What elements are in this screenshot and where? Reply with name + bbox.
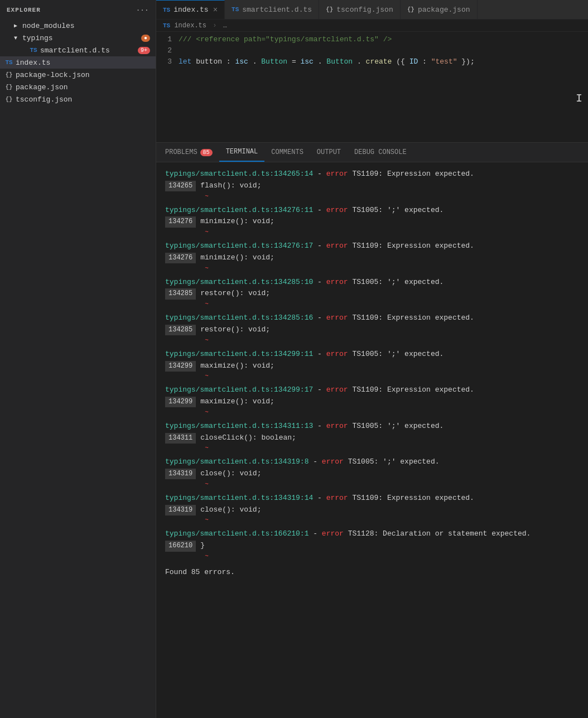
error-dash: - — [313, 314, 326, 322]
error-file: typings/smartclient.d.ts:166210:1 — [165, 529, 309, 538]
error-keyword: error — [326, 385, 348, 394]
found-errors-summary: Found 85 errors. — [165, 567, 579, 578]
error-file: typings/smartclient.d.ts:134299:11 — [165, 350, 313, 358]
tab-terminal[interactable]: TERMINAL — [219, 143, 265, 162]
smartclient-badge: 9+ — [138, 47, 150, 54]
tab-close-button[interactable]: × — [213, 6, 218, 15]
error-message-line: typings/smartclient.d.ts:134299:11 - err… — [165, 349, 579, 360]
json-tab-icon: {} — [326, 6, 333, 13]
ts-file-icon: TS — [29, 46, 38, 55]
error-code: TS1109: — [348, 385, 383, 394]
error-keyword: error — [326, 350, 348, 358]
code-block: 134299maximize(): void;~ — [165, 361, 579, 382]
sidebar-item-package-lock[interactable]: {} package-lock.json — [0, 69, 156, 81]
code-block-num: 134265 — [165, 181, 196, 191]
code-block-content: close(): void;~ — [200, 505, 261, 526]
error-file: typings/smartclient.d.ts:134319:8 — [165, 457, 309, 466]
error-message-line: typings/smartclient.d.ts:134285:10 - err… — [165, 277, 579, 288]
tab-comments[interactable]: COMMENTS — [264, 143, 310, 162]
terminal-tab-label: TERMINAL — [226, 148, 258, 156]
tab-tsconfig[interactable]: {} tsconfig.json — [319, 0, 401, 19]
code-block: 166210}~ — [165, 541, 579, 562]
ts-tab-icon: TS — [232, 6, 239, 13]
file-tree: ▶ node_modules ▼ typings ● TS smartclien… — [0, 20, 156, 718]
tab-problems[interactable]: PROBLEMS 85 — [158, 143, 219, 162]
squiggly-indicator: ~ — [205, 553, 209, 560]
sidebar-item-tsconfig[interactable]: {} tsconfig.json — [0, 93, 156, 105]
code-block-num: 166210 — [165, 541, 196, 551]
panel-tabs-bar: PROBLEMS 85 TERMINAL COMMENTS OUTPUT DEB… — [156, 143, 588, 162]
sidebar-item-smartclient[interactable]: TS smartclient.d.ts 9+ — [0, 44, 156, 56]
error-code: TS1005: — [348, 278, 383, 286]
editor-tabs: TS index.ts × TS smartclient.d.ts {} tsc… — [156, 0, 588, 20]
breadcrumb: TS index.ts › … — [156, 20, 588, 32]
line-number: 3 — [156, 57, 179, 66]
comments-tab-label: COMMENTS — [271, 148, 303, 156]
tab-index-ts[interactable]: TS index.ts × — [156, 0, 225, 19]
error-code: TS1109: — [348, 314, 383, 322]
sidebar-item-package-json[interactable]: {} package.json — [0, 81, 156, 93]
error-message-line: typings/smartclient.d.ts:134276:17 - err… — [165, 241, 579, 252]
error-message-text: Expression expected. — [383, 385, 474, 394]
error-message-line: typings/smartclient.d.ts:134299:17 - err… — [165, 385, 579, 396]
error-dash: - — [313, 350, 326, 358]
error-message-line: typings/smartclient.d.ts:134285:16 - err… — [165, 313, 579, 324]
error-dash: - — [313, 385, 326, 394]
error-message-text: Expression expected. — [383, 314, 474, 322]
squiggly-indicator: ~ — [205, 229, 209, 235]
code-block: 134299maximize(): void;~ — [165, 397, 579, 418]
sidebar: EXPLORER ··· ▶ node_modules ▼ typings ● … — [0, 0, 156, 718]
sidebar-more-button[interactable]: ··· — [136, 7, 149, 13]
squiggly-indicator: ~ — [205, 445, 209, 451]
error-message-text: ';' expected. — [378, 457, 439, 466]
sidebar-item-label: tsconfig.json — [16, 95, 72, 104]
sidebar-item-index-ts[interactable]: TS index.ts — [0, 56, 156, 69]
code-block-content: restore(): void;~ — [200, 288, 270, 310]
ts-file-icon: TS — [4, 58, 13, 67]
error-message-line: typings/smartclient.d.ts:134319:8 - erro… — [165, 457, 579, 468]
json-tab-icon: {} — [407, 6, 415, 13]
tab-debug-console[interactable]: DEBUG CONSOLE — [348, 143, 413, 162]
error-dash: - — [313, 494, 326, 502]
squiggly-indicator: ~ — [205, 481, 209, 488]
tab-smartclient[interactable]: TS smartclient.d.ts — [225, 0, 319, 19]
json-file-icon: {} — [4, 83, 13, 91]
terminal-output[interactable]: typings/smartclient.d.ts:134265:14 - err… — [156, 162, 588, 718]
error-message-line: typings/smartclient.d.ts:134276:11 - err… — [165, 205, 579, 216]
error-file: typings/smartclient.d.ts:134299:17 — [165, 385, 313, 394]
json-file-icon: {} — [4, 95, 13, 104]
editor-area[interactable]: TS index.ts › … 1 /// <reference path="t… — [156, 20, 588, 142]
code-line-3: 3 let button : isc . Button = isc . Butt… — [156, 57, 588, 69]
breadcrumb-file: index.ts — [174, 22, 206, 30]
tab-package-json[interactable]: {} package.json — [401, 0, 478, 19]
error-code: TS1109: — [348, 170, 383, 178]
error-keyword: error — [326, 278, 348, 286]
code-block-num: 134285 — [165, 325, 196, 335]
tab-label: package.json — [418, 6, 470, 14]
squiggly-indicator: ~ — [205, 337, 209, 344]
problems-tab-label: PROBLEMS — [165, 148, 197, 156]
code-block-num: 134311 — [165, 433, 196, 444]
code-editor[interactable]: 1 /// <reference path="typings/smartclie… — [156, 32, 588, 72]
error-file: typings/smartclient.d.ts:134265:14 — [165, 170, 313, 178]
sidebar-item-typings[interactable]: ▼ typings ● — [0, 32, 156, 44]
error-code: TS1109: — [348, 494, 383, 502]
cursor-indicator: I — [576, 92, 582, 105]
error-code: TS1005: — [348, 422, 383, 430]
code-block-content: maximize(): void;~ — [200, 397, 274, 418]
error-message-line: typings/smartclient.d.ts:134319:14 - err… — [165, 493, 579, 504]
tab-output[interactable]: OUTPUT — [310, 143, 348, 162]
sidebar-item-node-modules[interactable]: ▶ node_modules — [0, 20, 156, 32]
squiggly-indicator: ~ — [205, 265, 209, 272]
line-content: let button : isc . Button = isc . Button… — [179, 57, 475, 66]
problems-badge: 85 — [200, 149, 213, 156]
code-block-num: 134276 — [165, 253, 196, 263]
squiggly-indicator: ~ — [205, 409, 209, 416]
sidebar-item-label: node_modules — [22, 22, 75, 30]
code-block-content: flash(): void;~ — [200, 181, 261, 202]
code-block-content: }~ — [200, 541, 209, 562]
more-icon: ··· — [136, 7, 149, 13]
squiggly-indicator: ~ — [205, 193, 209, 200]
error-message-line: typings/smartclient.d.ts:134311:13 - err… — [165, 421, 579, 432]
folder-collapsed-icon: ▶ — [11, 21, 20, 30]
